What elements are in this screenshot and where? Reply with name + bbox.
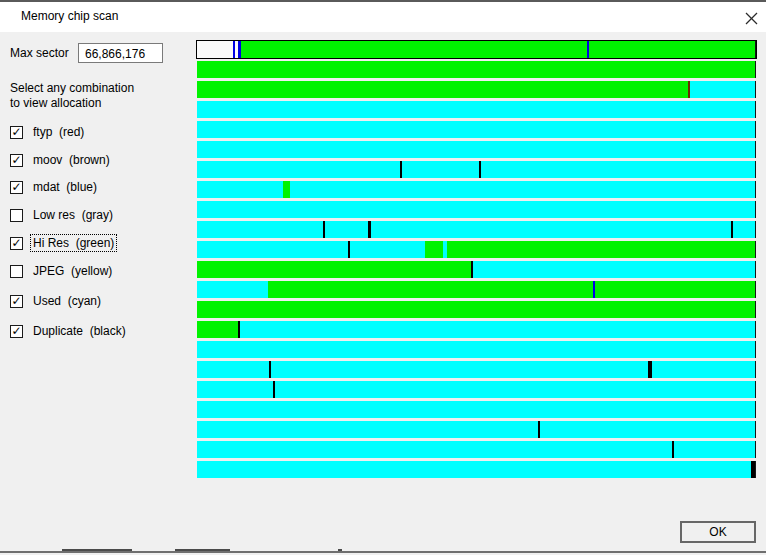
segment-cyan <box>197 241 425 258</box>
allocation-row-1 <box>197 41 756 58</box>
checkbox-checked-icon[interactable]: ✓ <box>10 237 23 250</box>
segment-cyan <box>197 461 751 478</box>
marker-tick-black <box>648 361 652 378</box>
checkbox-label: Used (cyan) <box>30 292 104 310</box>
checkbox-checked-icon[interactable]: ✓ <box>10 126 23 139</box>
marker-tick-black <box>538 421 540 438</box>
allocation-row-18 <box>197 381 756 398</box>
checkbox-ftyp[interactable]: ✓ftyp (red) <box>10 123 87 141</box>
segment-green <box>197 81 688 98</box>
title-bar[interactable]: Memory chip scan <box>0 2 766 32</box>
allocation-row-13 <box>197 281 756 298</box>
marker-tick-black <box>273 381 275 398</box>
marker-tick-black <box>672 441 674 458</box>
segment-cyan <box>290 181 755 198</box>
allocation-row-5 <box>197 121 756 138</box>
marker-tick-black <box>731 221 733 238</box>
segment-cyan <box>197 361 755 378</box>
segment-cyan <box>197 121 755 138</box>
checkbox-used[interactable]: ✓Used (cyan) <box>10 292 104 310</box>
marker-tick-black <box>269 361 271 378</box>
checkbox-label: Hi Res (green) <box>30 234 117 252</box>
checkbox-unchecked-box[interactable] <box>10 209 23 222</box>
checkbox-label: JPEG (yellow) <box>30 262 115 280</box>
background-window-artifact <box>175 549 230 551</box>
segment-cyan <box>473 261 755 278</box>
instruction-line-2: to view allocation <box>10 96 101 110</box>
instruction-line-1: Select any combination <box>10 81 134 95</box>
segment-green <box>425 241 443 258</box>
checkbox-jpeg[interactable]: JPEG (yellow) <box>10 262 115 280</box>
allocation-map <box>197 41 755 481</box>
allocation-row-17 <box>197 361 756 378</box>
segment-cyan <box>197 101 755 118</box>
allocation-row-14 <box>197 301 756 318</box>
allocation-row-16 <box>197 341 756 358</box>
max-sector-label: Max sector <box>10 46 69 60</box>
checkbox-unchecked-box[interactable] <box>10 265 23 278</box>
checkbox-label: Duplicate (black) <box>30 322 129 340</box>
marker-tick-black <box>400 161 402 178</box>
checkbox-label: mdat (blue) <box>30 178 100 196</box>
segment-cyan <box>197 161 755 178</box>
allocation-row-2 <box>197 61 756 78</box>
window-title: Memory chip scan <box>21 9 118 23</box>
allocation-row-8 <box>197 181 756 198</box>
segment-cyan <box>197 181 283 198</box>
checkbox-hi[interactable]: ✓Hi Res (green) <box>10 234 117 252</box>
segment-green <box>447 241 755 258</box>
allocation-row-9 <box>197 201 756 218</box>
checkbox-label: ftyp (red) <box>30 123 87 141</box>
segment-white <box>197 41 233 58</box>
marker-tick-black <box>348 241 350 258</box>
background-window-artifact <box>338 549 342 551</box>
segment-cyan <box>197 341 755 358</box>
checkbox-checked-icon[interactable]: ✓ <box>10 181 23 194</box>
marker-tick-black <box>323 221 325 238</box>
marker-tick-black <box>479 161 481 178</box>
ok-button[interactable]: OK <box>680 521 756 543</box>
segment-cyan <box>197 141 755 158</box>
segment-green <box>197 261 471 278</box>
allocation-row-10 <box>197 221 756 238</box>
segment-green <box>197 301 755 318</box>
checkbox-label: Low res (gray) <box>30 206 116 224</box>
segment-cyan <box>197 201 755 218</box>
checkbox-mdat[interactable]: ✓mdat (blue) <box>10 178 100 196</box>
segment-green <box>268 281 755 298</box>
checkbox-checked-icon[interactable]: ✓ <box>10 154 23 167</box>
allocation-row-3 <box>197 81 756 98</box>
segment-green <box>197 61 755 78</box>
allocation-row-22 <box>197 461 756 478</box>
segment-green <box>283 181 290 198</box>
segment-cyan <box>197 381 755 398</box>
allocation-row-15 <box>197 321 756 338</box>
close-icon <box>745 12 758 25</box>
segment-cyan <box>240 321 755 338</box>
segment-cyan <box>197 281 268 298</box>
allocation-row-7 <box>197 161 756 178</box>
segment-cyan <box>197 421 755 438</box>
checkbox-label: moov (brown) <box>30 151 113 169</box>
allocation-row-6 <box>197 141 756 158</box>
window-bottom-border <box>0 551 766 553</box>
allocation-row-20 <box>197 421 756 438</box>
allocation-row-4 <box>197 101 756 118</box>
segment-cyan <box>690 81 755 98</box>
segment-black <box>751 461 755 478</box>
checkbox-low[interactable]: Low res (gray) <box>10 206 116 224</box>
segment-green <box>241 41 755 58</box>
max-sector-input[interactable] <box>78 43 163 63</box>
checkbox-duplicate[interactable]: ✓Duplicate (black) <box>10 322 129 340</box>
dialog-window: Memory chip scan Max sector Select any c… <box>0 0 766 555</box>
checkbox-moov[interactable]: ✓moov (brown) <box>10 151 113 169</box>
segment-cyan <box>197 401 755 418</box>
marker-tick-black <box>368 221 371 238</box>
segment-green <box>197 321 238 338</box>
checkbox-checked-icon[interactable]: ✓ <box>10 325 23 338</box>
close-button[interactable] <box>738 6 764 30</box>
checkbox-checked-icon[interactable]: ✓ <box>10 295 23 308</box>
marker-tick-blue <box>587 41 589 58</box>
segment-cyan <box>197 221 755 238</box>
background-window-artifact <box>62 549 132 551</box>
